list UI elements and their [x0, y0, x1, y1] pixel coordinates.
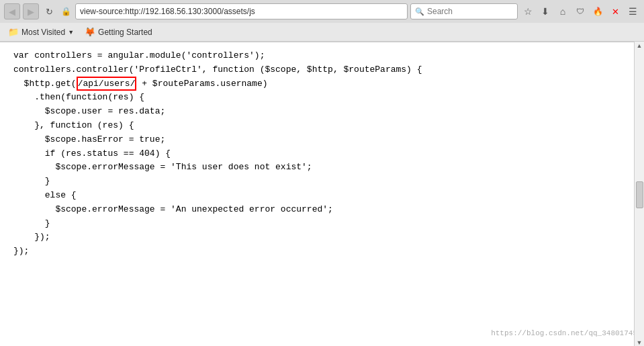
forward-button[interactable]: ▶	[23, 3, 39, 19]
highlighted-api-path: /api/users/	[77, 77, 137, 91]
code-line: $scope.errorMessage = 'This user does no…	[0, 161, 644, 175]
download-icon: ⬇	[541, 6, 549, 17]
security-icon: 🔒	[59, 5, 73, 18]
code-line: else {	[0, 189, 644, 203]
bookmarks-bar: 📁 Most Visited ▼ 🦊 Getting Started	[0, 23, 644, 42]
url-text: view-source:http://192.168.56.130:3000/a…	[80, 7, 255, 16]
bookmark-star-button[interactable]: ☆	[520, 4, 535, 19]
shield-icon: 🛡	[576, 7, 584, 16]
stop-icon: ✕	[612, 7, 619, 17]
getting-started-bookmark[interactable]: 🦊 Getting Started	[82, 26, 155, 38]
search-bar[interactable]: 🔍	[410, 3, 518, 19]
code-line: $scope.hasError = true;	[0, 133, 644, 147]
forward-icon: ▶	[28, 7, 34, 17]
code-line: var controllers = angular.module('contro…	[0, 49, 644, 63]
home-icon: ⌂	[560, 6, 565, 17]
stop-button[interactable]: ✕	[608, 4, 623, 19]
fire-icon: 🔥	[593, 7, 603, 16]
address-bar[interactable]: view-source:http://192.168.56.130:3000/a…	[75, 3, 408, 19]
back-icon: ◀	[9, 7, 15, 17]
right-sidebar: ▲ ▼	[634, 42, 644, 346]
search-icon: 🔍	[415, 7, 424, 16]
search-input[interactable]	[427, 7, 513, 16]
source-view: var controllers = angular.module('contro…	[0, 42, 644, 346]
code-line: }	[0, 175, 644, 189]
shield-button[interactable]: 🛡	[573, 4, 588, 19]
most-visited-label: Most Visited	[21, 28, 65, 37]
code-line: if (res.status == 404) {	[0, 147, 644, 161]
scrollbar-thumb[interactable]	[636, 181, 643, 208]
fire-button[interactable]: 🔥	[590, 4, 605, 19]
reload-button[interactable]: ↻	[42, 4, 56, 19]
menu-button[interactable]: ☰	[625, 4, 640, 19]
menu-icon: ☰	[629, 6, 637, 17]
home-button[interactable]: ⌂	[555, 4, 570, 19]
code-line: $http.get(/api/users/ + $routeParams.use…	[0, 77, 644, 91]
star-icon: ☆	[524, 6, 533, 17]
watermark: https://blog.csdn.net/qq_34801745	[491, 328, 637, 340]
reload-icon: ↻	[46, 7, 53, 17]
lock-icon: 🔒	[61, 7, 71, 16]
dropdown-arrow-icon: ▼	[68, 29, 74, 36]
scroll-up-arrow[interactable]: ▲	[637, 43, 643, 49]
scroll-down-arrow[interactable]: ▼	[637, 340, 643, 346]
code-line: $scope.errorMessage = 'An unexpected err…	[0, 203, 644, 217]
code-line: });	[0, 230, 644, 245]
code-line: }	[0, 217, 644, 231]
most-visited-bookmark[interactable]: 📁 Most Visited ▼	[5, 26, 77, 38]
folder-icon: 📁	[8, 27, 19, 37]
getting-started-label: Getting Started	[98, 28, 152, 37]
code-line: controllers.controller('ProfileCtrl', fu…	[0, 63, 644, 77]
back-button[interactable]: ◀	[4, 3, 20, 19]
code-line: }, function (res) {	[0, 119, 644, 133]
code-line: .then(function(res) {	[0, 91, 644, 105]
download-button[interactable]: ⬇	[538, 4, 553, 19]
firefox-icon: 🦊	[85, 27, 95, 37]
code-line: });	[0, 245, 644, 259]
code-line: $scope.user = res.data;	[0, 105, 644, 119]
